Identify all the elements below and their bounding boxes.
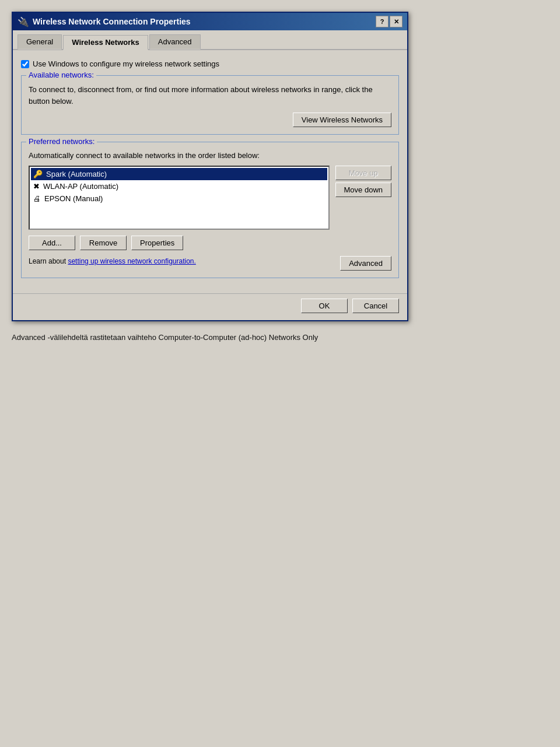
network-name-wlan: WLAN-AP (Automatic): [43, 182, 118, 191]
dialog-window: 🔌 Wireless Network Connection Properties…: [12, 12, 408, 321]
cancel-button[interactable]: Cancel: [352, 299, 399, 313]
use-windows-label: Use Windows to configure my wireless net…: [33, 59, 219, 68]
tab-advanced[interactable]: Advanced: [149, 34, 201, 50]
network-icon-spark: 🔑: [33, 170, 43, 178]
move-buttons: Move up Move down: [335, 166, 391, 230]
learn-prefix: Learn about: [29, 257, 68, 265]
learn-text: Learn about setting up wireless network …: [29, 256, 334, 266]
move-down-button[interactable]: Move down: [335, 183, 391, 197]
use-windows-checkbox-row: Use Windows to configure my wireless net…: [21, 59, 399, 68]
network-icon-wlan: ✖: [33, 182, 40, 191]
preferred-networks-list[interactable]: 🔑 Spark (Automatic) ✖ WLAN-AP (Automatic…: [29, 166, 330, 230]
network-icon-epson: 🖨: [33, 194, 41, 203]
available-networks-title: Available networks:: [26, 71, 96, 79]
preferred-networks-description: Automatically connect to available netwo…: [29, 150, 391, 161]
move-up-button[interactable]: Move up: [335, 166, 391, 180]
network-item[interactable]: 🖨 EPSON (Manual): [31, 192, 327, 205]
network-name-epson: EPSON (Manual): [44, 194, 103, 203]
view-wireless-networks-button[interactable]: View Wireless Networks: [293, 113, 391, 127]
preferred-networks-group: Preferred networks: Automatically connec…: [21, 142, 399, 278]
available-networks-description: To connect to, disconnect from, or find …: [29, 84, 391, 107]
tab-general[interactable]: General: [18, 34, 62, 50]
use-windows-checkbox[interactable]: [21, 60, 29, 68]
action-buttons-row: Add... Remove Properties: [29, 236, 391, 250]
advanced-button[interactable]: Advanced: [340, 256, 391, 271]
network-list-row: 🔑 Spark (Automatic) ✖ WLAN-AP (Automatic…: [29, 166, 391, 230]
window-icon: 🔌: [18, 16, 29, 27]
network-item[interactable]: 🔑 Spark (Automatic): [31, 168, 327, 180]
bottom-text: Advanced -välilehdeltä rastitetaan vaiht…: [12, 332, 408, 343]
preferred-networks-title: Preferred networks:: [26, 137, 97, 146]
help-button[interactable]: ?: [376, 16, 388, 27]
learn-link[interactable]: setting up wireless network configuratio…: [68, 257, 195, 265]
add-button[interactable]: Add...: [29, 236, 75, 250]
window-title: Wireless Network Connection Properties: [33, 17, 191, 26]
title-bar: 🔌 Wireless Network Connection Properties…: [13, 13, 407, 30]
network-item[interactable]: ✖ WLAN-AP (Automatic): [31, 180, 327, 192]
tab-wireless-networks[interactable]: Wireless Networks: [63, 35, 148, 50]
available-networks-group: Available networks: To connect to, disco…: [21, 75, 399, 135]
dialog-footer: OK Cancel: [13, 293, 407, 320]
learn-row: Learn about setting up wireless network …: [29, 256, 391, 271]
properties-button[interactable]: Properties: [131, 236, 183, 250]
remove-button[interactable]: Remove: [80, 236, 127, 250]
tab-content: Use Windows to configure my wireless net…: [13, 50, 407, 293]
advanced-btn-container: Advanced: [340, 256, 391, 271]
tabs-row: General Wireless Networks Advanced: [13, 30, 407, 50]
close-button[interactable]: ✕: [390, 16, 402, 27]
ok-button[interactable]: OK: [301, 299, 348, 313]
network-name-spark: Spark (Automatic): [46, 170, 107, 178]
